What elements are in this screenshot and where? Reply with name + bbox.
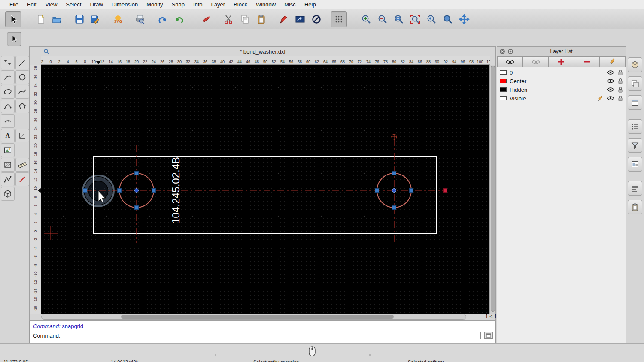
dimension-tool[interactable] <box>15 129 29 142</box>
show-all-layers-button[interactable] <box>497 56 523 67</box>
measure-tool[interactable] <box>15 158 29 172</box>
left-hole-center-handle[interactable] <box>135 189 139 193</box>
washer-outline-rect[interactable] <box>94 157 437 233</box>
panel-close-icon[interactable] <box>499 48 505 54</box>
add-layer-button[interactable] <box>549 56 574 67</box>
layer-lock-icon[interactable] <box>618 95 623 101</box>
image-tool[interactable] <box>1 143 15 157</box>
open-file-button[interactable] <box>49 11 65 27</box>
menu-item-file[interactable]: File <box>5 0 23 9</box>
drawing-canvas[interactable]: 104.245.02.4B <box>41 65 490 314</box>
menu-item-dimension[interactable]: Dimension <box>107 0 142 9</box>
part-number-label[interactable]: 104.245.02.4B <box>170 157 182 224</box>
layer-color-swatch[interactable] <box>500 87 507 92</box>
layer-color-swatch[interactable] <box>500 70 507 75</box>
grid-toggle-button[interactable] <box>331 11 347 27</box>
zoom-window-button[interactable] <box>440 11 456 27</box>
select-tool-button[interactable] <box>5 11 21 27</box>
new-file-button[interactable] <box>33 11 49 27</box>
polygon-tool[interactable] <box>15 100 29 113</box>
line-tool[interactable] <box>15 56 29 69</box>
cut-button[interactable] <box>221 11 237 27</box>
menu-item-window[interactable]: Window <box>252 0 280 9</box>
zoom-pan-button[interactable] <box>456 11 472 27</box>
selection-attributes-button[interactable] <box>292 11 308 27</box>
ellipse-arc-tool[interactable] <box>1 114 15 128</box>
command-history-toggle[interactable] <box>628 181 642 196</box>
remove-layer-button[interactable] <box>574 56 600 67</box>
export-svg-button[interactable]: SVG <box>110 11 126 27</box>
zoom-select-button[interactable] <box>407 11 423 27</box>
point-tool[interactable] <box>1 56 15 69</box>
menu-item-block[interactable]: Block <box>229 0 252 9</box>
vertical-scrollbar[interactable] <box>489 65 495 314</box>
layer-visibility-icon[interactable] <box>607 87 614 92</box>
menu-item-snap[interactable]: Snap <box>167 0 189 9</box>
menu-item-edit[interactable]: Edit <box>23 0 41 9</box>
panel-detach-icon[interactable] <box>507 48 513 54</box>
hatch-tool[interactable] <box>1 158 15 172</box>
centerline-endpoint-handle[interactable] <box>444 189 447 193</box>
block-widget-toggle[interactable] <box>628 157 642 172</box>
default-select-button[interactable] <box>7 32 21 46</box>
layer-lock-icon[interactable] <box>618 69 623 75</box>
layer-row-hidden[interactable]: Hidden <box>497 85 626 94</box>
layer-lock-icon[interactable] <box>618 87 623 93</box>
ellipse-tool[interactable] <box>1 85 15 99</box>
layer-lock-icon[interactable] <box>618 78 623 84</box>
horizontal-scrollbar-thumb[interactable] <box>121 315 394 319</box>
remove-entity-button[interactable] <box>198 11 215 27</box>
menu-item-misc[interactable]: Misc <box>280 0 300 9</box>
menu-item-help[interactable]: Help <box>300 0 320 9</box>
save-as-button[interactable] <box>88 11 104 27</box>
menu-item-layer[interactable]: Layer <box>207 0 230 9</box>
arc-tool[interactable] <box>1 70 15 84</box>
copy-button[interactable] <box>237 11 253 27</box>
command-input[interactable] <box>64 332 481 339</box>
save-button[interactable] <box>71 11 88 27</box>
curve-tool[interactable] <box>1 100 15 113</box>
menu-item-modify[interactable]: Modify <box>142 0 167 9</box>
print-preview-button[interactable] <box>132 11 149 27</box>
layer-row-visible[interactable]: Visible <box>497 94 626 103</box>
layer-filter-toggle[interactable] <box>628 138 642 153</box>
layer-row-center[interactable]: Center <box>497 77 626 85</box>
text-tool[interactable]: A <box>1 129 15 142</box>
circle-tool[interactable] <box>15 70 29 84</box>
paste-button[interactable] <box>253 11 270 27</box>
layer-visibility-icon[interactable] <box>607 96 614 101</box>
vertical-scrollbar-thumb[interactable] <box>491 66 495 312</box>
command-dock-button[interactable] <box>484 332 493 339</box>
menu-item-select[interactable]: Select <box>61 0 85 9</box>
layer-visibility-icon[interactable] <box>607 70 614 75</box>
zoom-previous-button[interactable] <box>423 11 440 27</box>
polyline-tool[interactable] <box>1 172 15 186</box>
zoom-out-button[interactable] <box>374 11 391 27</box>
hide-all-layers-button[interactable] <box>523 56 549 67</box>
spline-tool[interactable] <box>15 85 29 99</box>
draft-mode-button[interactable] <box>308 11 325 27</box>
menu-item-draw[interactable]: Draw <box>85 0 107 9</box>
redo-button[interactable] <box>171 11 187 27</box>
library-browser-toggle[interactable] <box>628 76 642 91</box>
layer-list-toggle[interactable] <box>628 119 642 134</box>
menu-item-info[interactable]: Info <box>189 0 207 9</box>
clipboard-widget-toggle[interactable] <box>628 200 642 214</box>
zoom-auto-button[interactable] <box>391 11 407 27</box>
layer-edit-icon[interactable] <box>598 96 603 101</box>
layer-row-0[interactable]: 0 <box>497 68 626 77</box>
modify-tool[interactable] <box>15 172 29 186</box>
right-hole-center-handle[interactable] <box>392 189 396 193</box>
edit-layer-button[interactable] <box>600 56 626 67</box>
block-tool[interactable] <box>1 187 15 201</box>
horizontal-scrollbar[interactable] <box>41 314 466 320</box>
command-widget-toggle[interactable] <box>628 95 642 110</box>
layer-color-swatch[interactable] <box>500 96 507 100</box>
layer-color-swatch[interactable] <box>500 79 507 83</box>
zoom-in-button[interactable] <box>358 11 374 27</box>
layer-visibility-icon[interactable] <box>607 78 614 84</box>
block-list-toggle[interactable] <box>628 57 642 72</box>
centerlines[interactable] <box>85 139 445 243</box>
pen-attributes-button[interactable] <box>276 11 292 27</box>
menu-item-view[interactable]: View <box>41 0 61 9</box>
